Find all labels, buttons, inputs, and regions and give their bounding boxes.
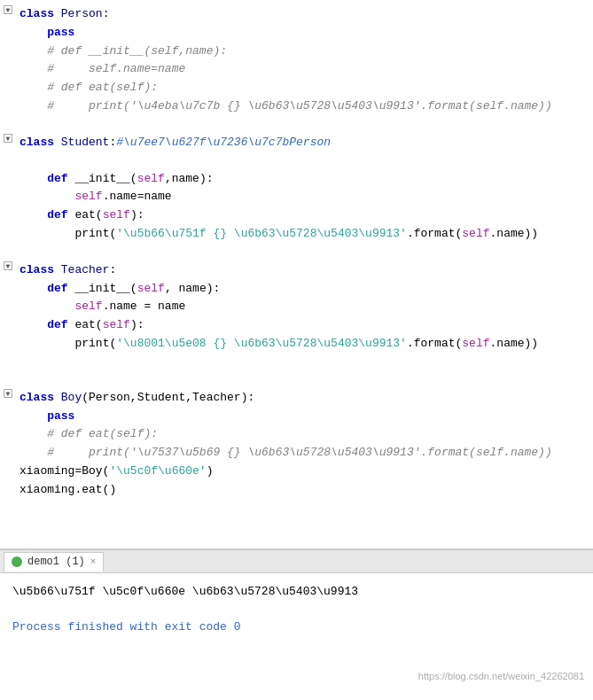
line-content: def __init__(self, name): [16,280,593,299]
tab-item[interactable]: demo1 (1) × [4,552,104,572]
code-line: # def eat(self): [0,79,593,97]
token-normal: : [103,7,110,20]
token-comment: # print('\u7537\u5b69 {} \u6b63\u5728\u5… [47,446,552,459]
code-line [0,354,593,371]
line-content: # print('\u7537\u5b69 {} \u6b63\u5728\u5… [16,444,593,463]
code-line: def eat(self): [0,316,593,335]
token-normal: ( [130,172,137,185]
token-normal: (Person,Student,Teacher): [82,391,254,404]
token-normal: .name)) [490,337,539,350]
code-line: ▼class Teacher: [0,261,593,280]
line-content: def eat(self): [16,316,593,335]
token-kw: def [47,172,74,185]
code-line: ▼class Student:#\u7ee7\u627f\u7236\u7c7b… [0,134,593,152]
token-normal: xiaoming=Boy( [20,464,109,478]
line-content: # def eat(self): [16,79,593,97]
line-content: class Student:#\u7ee7\u627f\u7236\u7c7bP… [16,134,593,152]
line-content: pass [16,24,593,43]
token-comment: # print('\u4eba\u7c7b {} \u6b63\u5728\u5… [47,99,552,113]
code-line [0,116,593,134]
line-content: class Teacher: [16,261,593,280]
token-normal: , name): [165,282,220,295]
code-line: pass [0,408,593,426]
token-fn: eat [74,318,95,331]
code-line [0,152,593,170]
token-fn: __init__ [74,282,129,295]
bottom-panel: demo1 (1) × \u5b66\u751f \u5c0f\u660e \u… [0,549,593,688]
line-content: class Boy(Person,Student,Teacher): [16,389,593,408]
code-line: # self.name=name [0,60,593,79]
fold-arrow-icon[interactable]: ▼ [4,5,12,14]
token-normal: .format( [407,337,462,350]
token-cn: Student [61,136,110,149]
token-normal: ): [130,208,144,222]
line-content: # def eat(self): [16,425,593,444]
token-pass-kw: pass [47,26,74,39]
line-content: print('\u5b66\u751f {} \u6b63\u5728\u540… [16,225,593,244]
tab-bar: demo1 (1) × [0,550,593,573]
line-content: self.name = name [16,298,593,316]
fold-arrow-icon[interactable]: ▼ [4,134,12,143]
token-self-kw: self [462,227,489,240]
line-content: # print('\u4eba\u7c7b {} \u6b63\u5728\u5… [16,97,593,116]
code-line: xiaoming.eat() [0,481,593,500]
code-line: print('\u5b66\u751f {} \u6b63\u5728\u540… [0,225,593,244]
code-line: # print('\u4eba\u7c7b {} \u6b63\u5728\u5… [0,97,593,116]
token-zh-str: '\u5b66\u751f {} \u6b63\u5728\u5403\u991… [116,227,407,240]
tab-close-icon[interactable]: × [90,556,97,567]
code-line: # def __init__(self,name): [0,43,593,61]
token-zh-str: '\u8001\u5e08 {} \u6b63\u5728\u5403\u991… [116,337,407,350]
line-content: def eat(self): [16,206,593,225]
line-content: xiaoming=Boy('\u5c0f\u660e') [16,463,593,481]
token-comment: # def eat(self): [47,81,158,94]
code-line: xiaoming=Boy('\u5c0f\u660e') [0,463,593,481]
tab-label: demo1 (1) [27,556,85,568]
code-line [0,371,593,389]
token-self-kw: self [103,208,130,222]
token-normal: print( [74,337,116,350]
token-self-kw: self [137,172,165,185]
token-normal: .name=name [103,190,172,203]
code-line: def __init__(self,name): [0,170,593,189]
output-area: \u5b66\u751f \u5c0f\u660e \u6b63\u5728\u… [0,573,593,688]
output-line: Process finished with exit code 0 [12,618,581,637]
token-kw: class [20,391,61,404]
token-zh-str: '\u5c0f\u660e' [109,464,206,478]
token-self-kw: self [103,318,130,331]
token-normal: : [109,263,116,276]
code-line: self.name=name [0,188,593,206]
line-content: class Person: [16,5,593,24]
token-comment-class: #\u7ee7\u627f\u7236\u7c7bPerson [116,136,331,149]
line-gutter: ▼ [0,389,16,398]
token-normal: .name)) [490,227,539,240]
token-kw: def [47,208,74,222]
token-normal: print( [74,227,116,240]
token-normal: ): [130,318,144,331]
code-line [0,244,593,261]
fold-arrow-icon[interactable]: ▼ [4,389,12,398]
token-self-kw: self [74,190,102,203]
code-line: ▼class Boy(Person,Student,Teacher): [0,389,593,408]
token-normal: xiaoming.eat() [20,483,116,496]
line-content: print('\u8001\u5e08 {} \u6b63\u5728\u540… [16,335,593,354]
token-pass-kw: pass [47,409,74,423]
output-line [12,602,581,618]
line-content: # self.name=name [16,60,593,79]
token-kw: def [47,318,74,331]
tab-icon [12,556,22,567]
token-normal: .format( [407,227,462,240]
token-comment: # def eat(self): [47,427,158,440]
code-line: # print('\u7537\u5b69 {} \u6b63\u5728\u5… [0,444,593,463]
token-fn: eat [74,208,95,222]
line-gutter: ▼ [0,5,16,14]
token-cn: Teacher [61,263,110,276]
token-normal: .name = name [103,299,186,313]
line-content: xiaoming.eat() [16,481,593,500]
token-comment: # def __init__(self,name): [47,44,227,58]
fold-arrow-icon[interactable]: ▼ [4,261,12,270]
token-fn: __init__ [74,172,129,185]
code-line: def eat(self): [0,206,593,225]
token-normal: ,name): [165,172,214,185]
line-gutter: ▼ [0,261,16,270]
token-normal: ( [96,208,103,222]
